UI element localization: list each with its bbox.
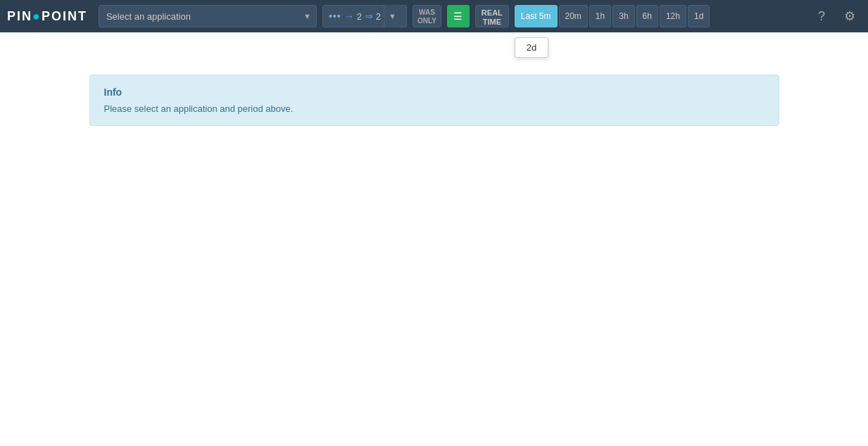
was-only-button[interactable]: WASONLY (413, 5, 441, 27)
time-btn-1h[interactable]: 1h (589, 5, 611, 27)
time-buttons-group: Last 5m 20m 1h 3h 6h 12h 1d 2d (515, 5, 710, 27)
app-select-wrapper: Select an application ▼ (99, 5, 317, 27)
app-select[interactable]: Select an application (99, 5, 317, 27)
info-box: Info Please select an application and pe… (89, 75, 779, 126)
time-option-2d[interactable]: 2d (515, 38, 548, 57)
filter-dropdown-button[interactable]: ▼ (384, 5, 401, 27)
time-btn-20m[interactable]: 20m (559, 5, 588, 27)
time-btn-3h[interactable]: 3h (612, 5, 634, 27)
info-body: Please select an application and period … (104, 103, 765, 114)
time-btn-6h[interactable]: 6h (636, 5, 658, 27)
filter-dots: ••• (329, 11, 341, 22)
view-toggle-button[interactable]: ☰ (447, 5, 470, 27)
main-content: Info Please select an application and pe… (0, 32, 868, 446)
time-btn-1d[interactable]: 1d (688, 5, 710, 27)
logo-text: PIN●POINT (7, 9, 87, 24)
filter-arrow-icon: → (344, 11, 354, 22)
filter-count-left: 2 (357, 11, 362, 22)
filter-arrow2-icon: ⇒ (365, 11, 373, 22)
logo: PIN●POINT (7, 9, 87, 24)
time-dropdown-2d: 2d (515, 37, 548, 58)
info-title: Info (104, 87, 765, 98)
list-icon: ☰ (453, 11, 463, 22)
help-button[interactable]: ? (810, 5, 833, 27)
time-btn-last5m[interactable]: Last 5m (515, 5, 558, 27)
time-btn-12h[interactable]: 12h (660, 5, 686, 27)
realtime-button[interactable]: REALTIME (475, 5, 509, 27)
settings-icon: ⚙ (844, 8, 855, 24)
filter-group: ••• → 2 ⇒ 2 ▼ (322, 5, 407, 27)
filter-count-right: 2 (376, 11, 381, 22)
settings-button[interactable]: ⚙ (838, 5, 861, 27)
help-icon: ? (818, 9, 825, 24)
navbar-right: ? ⚙ (810, 5, 861, 27)
navbar: PIN●POINT Select an application ▼ ••• → … (0, 0, 868, 32)
